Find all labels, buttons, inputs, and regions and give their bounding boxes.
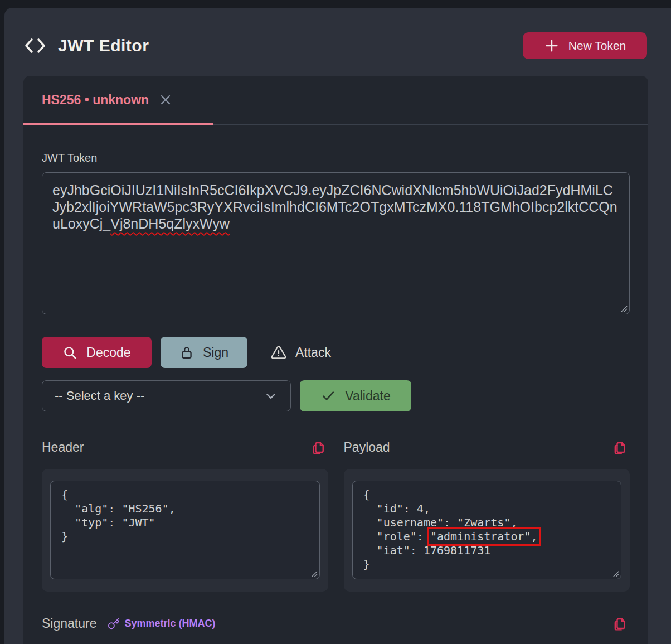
signature-type-badge: Symmetric (HMAC) — [108, 618, 215, 630]
header-json-text: { "alg": "HS256", "typ": "JWT" } — [61, 488, 176, 543]
chevron-down-icon — [264, 389, 278, 403]
search-icon — [62, 345, 77, 360]
copy-icon — [612, 439, 629, 456]
close-tab-icon[interactable] — [159, 93, 172, 106]
header-section: Header { "alg": " — [42, 439, 328, 592]
resize-handle-icon[interactable] — [310, 570, 318, 577]
jwt-token-label: JWT Token — [42, 152, 630, 164]
copy-signature-button[interactable] — [612, 616, 629, 632]
code-brackets-icon — [23, 36, 47, 55]
copy-icon — [612, 616, 629, 632]
resize-handle-icon[interactable] — [620, 304, 628, 312]
plus-icon — [544, 38, 560, 54]
header-json-input[interactable]: { "alg": "HS256", "typ": "JWT" } — [50, 481, 320, 579]
tab-bar: HS256 • unknown — [23, 76, 648, 125]
copy-header-button[interactable] — [311, 439, 327, 456]
new-token-button[interactable]: New Token — [523, 32, 647, 59]
app-header: JWT Editor New Token — [4, 8, 671, 59]
attack-label: Attack — [295, 345, 331, 360]
sign-label: Sign — [203, 345, 228, 360]
payload-json-input[interactable]: { "id": 4, "username": "Zwarts", "role":… — [352, 481, 622, 579]
resize-handle-icon[interactable] — [612, 570, 619, 577]
copy-payload-button[interactable] — [612, 439, 629, 456]
lock-icon — [179, 345, 194, 360]
warning-icon — [271, 345, 286, 360]
token-panel: HS256 • unknown JWT Token eyJhbGciOiJIUz… — [23, 76, 648, 644]
payload-section: Payload { "id": 4 — [344, 439, 630, 592]
signature-section-title: Signature — [42, 616, 96, 631]
payload-section-title: Payload — [344, 440, 390, 455]
copy-icon — [311, 439, 327, 456]
page-title: JWT Editor — [58, 36, 149, 55]
tab-hs256-unknown[interactable]: HS256 • unknown — [23, 76, 213, 124]
key-icon — [108, 618, 120, 630]
key-select[interactable]: -- Select a key -- — [42, 380, 291, 411]
new-token-label: New Token — [568, 39, 626, 52]
tab-label: HS256 • unknown — [42, 93, 149, 108]
decode-label: Decode — [86, 345, 130, 360]
role-administrator-annotation: "administrator", — [430, 530, 538, 543]
jwt-token-input[interactable]: eyJhbGciOiJIUzI1NiIsInR5cCI6IkpXVCJ9.eyJ… — [42, 172, 630, 314]
header-section-title: Header — [42, 440, 84, 455]
attack-button[interactable]: Attack — [256, 337, 346, 368]
payload-json-text-after: "iat": 1769811731 } — [363, 544, 491, 571]
signature-section: Signature Symmetric (HMAC) — [42, 616, 630, 632]
app-card: JWT Editor New Token HS256 • unknown — [4, 8, 671, 644]
validate-label: Validate — [345, 389, 390, 404]
signature-badge-label: Symmetric (HMAC) — [124, 618, 215, 630]
sign-button[interactable]: Sign — [161, 337, 247, 368]
decode-button[interactable]: Decode — [42, 337, 152, 368]
jwt-token-text-misspelled: Vj8nDH5qZlyxWyw — [110, 216, 230, 231]
validate-button[interactable]: Validate — [300, 380, 411, 411]
key-select-value: -- Select a key -- — [55, 389, 144, 403]
check-icon — [320, 388, 336, 404]
